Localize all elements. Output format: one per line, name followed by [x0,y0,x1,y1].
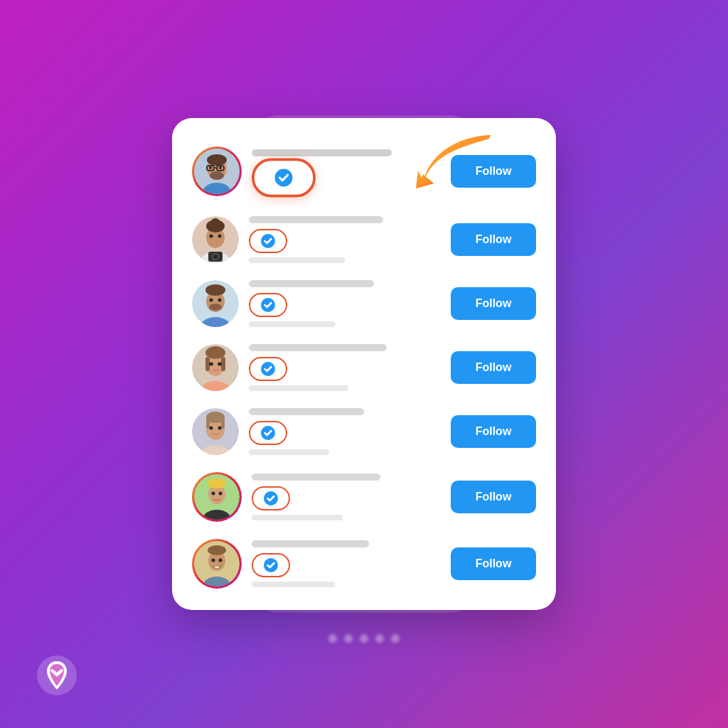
avatar-wrap [192,280,239,327]
svg-point-46 [210,427,213,430]
verified-pill [249,357,287,381]
avatar-wrap [192,472,242,522]
avatar-face-3 [192,280,239,327]
blue-check-icon [263,491,279,506]
verified-pill [249,421,287,445]
blue-check-icon [274,168,294,188]
avatar-wrap [192,216,239,263]
follow-button[interactable]: Follow [451,287,536,320]
follow-button[interactable]: Follow [451,223,536,256]
name-line [249,408,364,415]
svg-point-53 [212,492,215,496]
follow-button[interactable]: Follow [451,351,536,384]
user-info [249,408,441,455]
user-info [252,473,441,520]
avatar-face-1 [194,149,240,194]
logo-icon [36,654,78,697]
avatar-face-4 [192,344,239,391]
sub-line [252,582,335,587]
svg-point-10 [219,166,222,169]
sub-line [252,515,343,520]
user-row: Follow [192,336,536,400]
user-info [249,344,441,391]
user-info [249,280,441,327]
svg-point-51 [208,478,226,488]
sub-line [249,449,329,455]
avatar-face-2 [192,216,239,263]
blue-check-icon [260,425,276,441]
blue-check-icon [260,297,276,313]
user-row: Follow [192,272,536,336]
svg-point-38 [218,363,222,366]
sub-line [249,321,336,327]
name-line [252,473,380,481]
blue-check-icon [260,361,276,377]
avatar-face-5 [192,408,239,455]
svg-point-54 [219,492,223,496]
user-info [252,149,438,193]
name-line [249,280,374,287]
svg-point-4 [210,171,224,180]
svg-point-9 [209,166,212,169]
verified-pill [252,553,290,577]
svg-point-29 [218,299,222,302]
blue-check-icon [263,557,279,573]
name-line [249,216,383,223]
avatar-wrap [192,146,242,196]
user-row: Follow [192,530,536,593]
follow-button[interactable]: Follow [451,415,536,448]
blue-check-icon [260,233,276,249]
verified-pill [249,293,287,317]
user-row: Follow [192,400,536,464]
svg-point-58 [208,545,226,555]
avatar-wrap [192,408,239,455]
user-row: Follow [192,464,536,530]
avatar-face-6 [194,474,240,520]
background-dots [328,634,400,643]
svg-point-21 [218,235,222,238]
avatar-wrap [192,344,239,391]
user-row: Follow [192,135,536,208]
svg-point-20 [210,235,213,238]
user-info [252,540,441,587]
user-row: Follow [192,208,536,272]
svg-point-37 [209,363,213,366]
name-line [249,344,387,351]
avatar-wrap [192,539,242,589]
avatar-face-7 [194,541,240,587]
svg-point-19 [213,255,218,259]
svg-rect-44 [221,418,225,429]
sub-line [249,385,348,391]
name-line [252,149,392,156]
svg-rect-43 [206,418,210,429]
svg-point-60 [212,559,215,562]
main-card: Follow [172,118,556,610]
verified-pill [249,229,287,253]
verified-pill-large [252,159,316,198]
follow-button[interactable]: Follow [451,481,536,513]
name-line [252,540,369,547]
follow-button[interactable]: Follow [451,547,536,580]
follow-button[interactable]: Follow [451,155,536,188]
sub-line [249,257,345,263]
verified-pill [252,486,290,510]
svg-point-47 [218,427,222,430]
user-info [249,216,441,263]
logo-wrap [36,654,78,700]
svg-point-28 [210,299,213,302]
svg-point-25 [205,284,225,296]
svg-point-3 [207,154,227,166]
svg-point-61 [219,559,223,562]
svg-point-15 [210,218,220,228]
